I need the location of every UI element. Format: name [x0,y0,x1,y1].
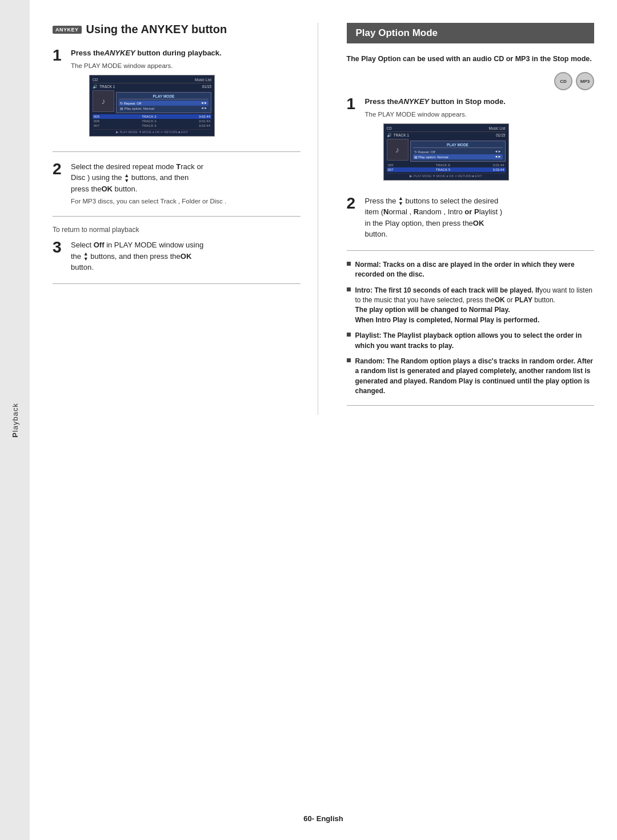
right-section-title: Play Option Mode [356,27,438,39]
left-section-header: ANYKEY Using the ANYKEY button [53,23,301,36]
bullet-intro-icon [347,287,351,291]
two-col-layout: ANYKEY Using the ANYKEY button 1 Press t… [53,23,594,415]
right-divider-2 [347,405,595,406]
content-area: ANYKEY Using the ANYKEY button 1 Press t… [30,0,617,840]
bullet-random-text: Random: The Random option plays a disc's… [355,357,595,397]
right-step-1-text: Press theANYKEY button in Stop mode. [365,96,595,107]
right-column: Play Option Mode The Play Option can be … [341,23,595,415]
left-step-3-content: Select Off in PLAY MODE window using the… [71,239,301,273]
bullet-normal: Normal: Tracks on a disc are played in t… [347,260,595,280]
left-step-2-num: 2 [53,161,65,177]
cd-icon: CD [554,72,572,90]
left-divider-2 [53,216,301,217]
right-screen-mockup-1: CD Music List 🔊 TRACK 1 01/15 ♪ [383,123,509,181]
left-step-2-mp3-note: For MP3 discs, you can select Track , Fo… [71,197,301,206]
left-screen-mockup-1: CD Music List 🔊 TRACK 1 01/15 ♪ [89,75,215,137]
bullet-normal-icon [347,262,351,266]
left-column: ANYKEY Using the ANYKEY button 1 Press t… [53,23,318,415]
bullet-random: Random: The Random option plays a disc's… [347,357,595,397]
right-step-2: 2 Press the ▲▼ buttons to select the des… [347,195,595,240]
left-step-1: 1 Press theANYKEY button during playback… [53,47,301,141]
bullet-playlist-text: Playlist: The Playlist playback option a… [355,331,595,351]
bullet-normal-text: Normal: Tracks on a disc are played in t… [355,260,595,280]
left-step-3: 3 Select Off in PLAY MODE window using t… [53,239,301,273]
left-step-2-content: Select the desired repeat mode Track or … [71,161,301,206]
sidebar: Playback [0,0,30,840]
left-step-1-content: Press theANYKEY button during playback. … [71,47,301,141]
right-step-2-text: Press the ▲▼ buttons to select the desir… [365,195,595,240]
left-divider-3 [53,283,301,284]
bullet-intro: Intro: The first 10 seconds of each trac… [347,286,595,326]
right-step-1-num: 1 [347,96,359,112]
sidebar-label-plain: layback [11,403,19,432]
right-divider-1 [347,250,595,251]
left-return-note: To return to normal playback [53,226,301,234]
bullet-random-icon [347,358,351,362]
left-step-3-num: 3 [53,239,65,255]
bullet-playlist: Playlist: The Playlist playback option a… [347,331,595,351]
right-step-2-num: 2 [347,195,359,211]
right-intro-note: The Play Option can be used with an audi… [347,54,595,64]
right-step-1-content: Press theANYKEY button in Stop mode. The… [365,96,595,185]
left-step-2-text: Select the desired repeat mode Track or … [71,161,301,195]
left-divider-1 [53,151,301,152]
right-step-1: 1 Press theANYKEY button in Stop mode. T… [347,96,595,185]
page-container: Playback ANYKEY Using the ANYKEY button … [0,0,617,840]
left-section-title: Using the ANYKEY button [86,23,227,36]
anykey-badge: ANYKEY [53,26,82,34]
sidebar-label: Playback [11,403,19,438]
bullet-list: Normal: Tracks on a disc are played in t… [347,260,595,397]
media-icons-row: CD MP3 [347,72,595,90]
right-step-1-sub: The PLAY MODE window appears. [365,110,595,119]
right-step-2-content: Press the ▲▼ buttons to select the desir… [365,195,595,240]
left-step-3-text: Select Off in PLAY MODE window using the… [71,239,301,273]
sidebar-label-bold: P [11,432,19,438]
left-step-2: 2 Select the desired repeat mode Track o… [53,161,301,206]
left-step-1-text: Press theANYKEY button during playback. [71,47,301,59]
right-section-header: Play Option Mode [347,23,595,43]
bullet-playlist-icon [347,333,351,337]
left-step-1-sub: The PLAY MODE window appears. [71,61,301,70]
mp3-icon: MP3 [576,72,594,90]
page-footer: 60- English [30,814,617,823]
bullet-intro-text: Intro: The first 10 seconds of each trac… [355,286,595,326]
left-step-1-num: 1 [53,47,65,63]
